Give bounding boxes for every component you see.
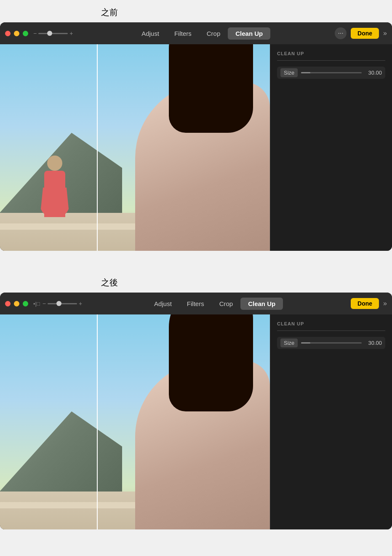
size-label-before: Size xyxy=(280,68,298,77)
side-panel-after: CLEAN UP Size 30.00 xyxy=(270,314,392,529)
main-content-before: CLEAN UP Size 30.00 xyxy=(0,44,392,251)
size-value-before: 30.00 xyxy=(365,70,382,76)
size-row-before: Size 30.00 xyxy=(277,67,385,79)
photo-area-after xyxy=(0,314,270,529)
size-label-after: Size xyxy=(280,338,298,347)
traffic-lights-before xyxy=(5,31,28,36)
main-content-after: CLEAN UP Size 30.00 xyxy=(0,314,392,529)
filters-tab-after[interactable]: Filters xyxy=(179,298,212,310)
woman-figure-after xyxy=(123,323,270,529)
toolbar-right-after: Done » xyxy=(351,298,387,309)
toolbar-before: − + Adjust Filters Crop Clean Up ··· Don… xyxy=(0,22,392,44)
close-button-after[interactable] xyxy=(5,301,11,306)
adjust-tab-after[interactable]: Adjust xyxy=(147,298,179,310)
zoom-thumb-before xyxy=(47,31,52,36)
zoom-slider-after[interactable] xyxy=(48,303,77,304)
adjust-tab-before[interactable]: Adjust xyxy=(134,27,167,40)
expand-button-before[interactable]: » xyxy=(383,30,387,37)
person-head xyxy=(47,156,62,171)
panel-divider-before xyxy=(277,60,385,61)
size-row-after: Size 30.00 xyxy=(277,337,385,349)
before-label: 之前 xyxy=(0,3,392,21)
toolbar-nav-after: Adjust Filters Crop Clean Up xyxy=(82,298,347,310)
panel-divider-after xyxy=(277,330,385,331)
woman-hair-before xyxy=(169,44,253,133)
woman-figure-before xyxy=(123,44,270,251)
fullscreen-button-before[interactable] xyxy=(23,31,28,36)
zoom-minus-before[interactable]: − xyxy=(33,30,37,37)
cleanup-tab-after[interactable]: Clean Up xyxy=(240,298,283,310)
minimize-button-before[interactable] xyxy=(14,31,19,36)
size-slider-fill-before xyxy=(301,72,310,73)
traffic-lights-after xyxy=(5,301,28,306)
photo-area-before xyxy=(0,44,270,251)
panel-title-after: CLEAN UP xyxy=(277,321,385,326)
side-panel-before: CLEAN UP Size 30.00 xyxy=(270,44,392,251)
filters-tab-before[interactable]: Filters xyxy=(167,27,199,40)
minimize-button-after[interactable] xyxy=(14,301,19,306)
cleanup-tab-before[interactable]: Clean Up xyxy=(228,27,270,40)
after-label: 之後 xyxy=(0,274,392,291)
zoom-plus-after[interactable]: + xyxy=(79,300,82,307)
fullscreen-button-after[interactable] xyxy=(23,301,28,306)
crop-tab-after[interactable]: Crop xyxy=(212,298,241,310)
close-button-before[interactable] xyxy=(5,31,11,36)
size-slider-track-after[interactable] xyxy=(301,342,362,344)
zoom-minus-after[interactable]: − xyxy=(43,300,46,307)
before-window: − + Adjust Filters Crop Clean Up ··· Don… xyxy=(0,22,392,251)
toolbar-right-before: ··· Done » xyxy=(335,27,387,39)
after-extras: ▪|□ xyxy=(33,301,40,307)
zoom-control-before: − + xyxy=(33,30,73,37)
expand-button-after[interactable]: » xyxy=(383,300,387,307)
more-button-before[interactable]: ··· xyxy=(335,27,347,39)
size-slider-track-before[interactable] xyxy=(301,72,362,73)
zoom-thumb-after xyxy=(56,301,61,306)
person-skirt xyxy=(40,188,69,217)
compare-divider-after[interactable] xyxy=(97,314,98,529)
zoom-control-after: − + xyxy=(43,300,82,307)
done-button-after[interactable]: Done xyxy=(351,298,379,309)
toolbar-nav-before: Adjust Filters Crop Clean Up xyxy=(73,27,331,40)
size-slider-fill-after xyxy=(301,342,310,344)
done-button-before[interactable]: Done xyxy=(351,28,379,39)
woman-hair-after xyxy=(169,314,253,411)
size-value-after: 30.00 xyxy=(365,340,382,346)
compare-divider-before[interactable] xyxy=(97,44,98,251)
person-pink-before xyxy=(38,150,72,217)
zoom-slider-before[interactable] xyxy=(38,33,68,34)
panel-title-before: CLEAN UP xyxy=(277,51,385,56)
toolbar-after: ▪|□ − + Adjust Filters Crop Clean Up Don… xyxy=(0,293,392,314)
after-window: ▪|□ − + Adjust Filters Crop Clean Up Don… xyxy=(0,293,392,529)
more-icon-before: ··· xyxy=(338,30,343,37)
zoom-plus-before[interactable]: + xyxy=(69,30,73,37)
crop-tab-before[interactable]: Crop xyxy=(199,27,228,40)
split-view-icon[interactable]: ▪|□ xyxy=(33,301,40,307)
